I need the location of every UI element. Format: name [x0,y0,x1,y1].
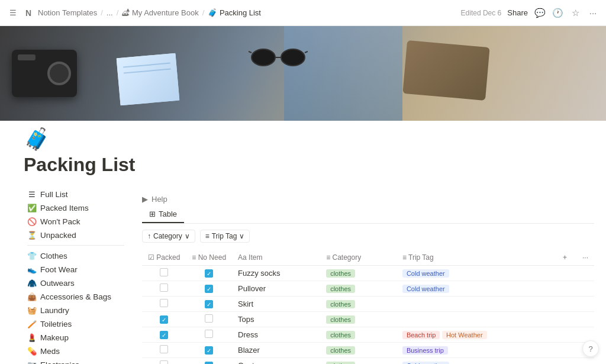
packed-checkbox[interactable] [160,315,168,324]
help-row[interactable]: ▶ Help [142,192,594,206]
category-cell: clothes [320,266,397,281]
category-cell: clothes [320,312,397,327]
no-need-checkbox[interactable] [205,285,213,293]
tab-table[interactable]: ⊞ Table [142,206,184,223]
no-need-cell[interactable] [186,327,232,343]
no-need-checkbox[interactable] [205,314,213,323]
breadcrumb-dots[interactable]: ... [107,8,113,17]
share-button[interactable]: Share [507,8,528,17]
sidebar-label-meds: Meds [40,347,60,356]
sidebar-item-foot-wear[interactable]: 👟 Foot Wear [24,263,124,276]
packed-checkbox[interactable] [160,284,168,292]
packed-cell[interactable] [142,343,186,358]
trip-tag-filter[interactable]: ≡ Trip Tag ∨ [200,230,250,243]
breadcrumb-sep3: / [202,8,205,17]
trip-tag: Beach trip [402,331,440,339]
item-cell: Blazer [232,343,320,358]
sidebar-item-packed-items[interactable]: ✅ Packed Items [24,201,124,214]
packed-cell[interactable] [142,358,186,365]
category-tag: clothes [326,300,355,308]
sidebar-divider [27,245,124,246]
packed-checkbox[interactable] [160,299,168,307]
packed-checkbox[interactable] [160,345,168,353]
row-add-cell [553,358,576,365]
sidebar-item-toiletries[interactable]: 🪥 Toiletries [24,317,124,330]
no-need-cell[interactable] [186,343,232,358]
more-icon[interactable]: ··· [587,7,599,19]
table-row: Blazer clothes Business trip [142,343,594,358]
sidebar-item-makeup[interactable]: 💄 Makeup [24,331,124,344]
no-need-cell[interactable] [186,297,232,312]
breadcrumb-packing[interactable]: 🧳 Packing List [208,8,261,17]
category-filter[interactable]: ↑ Category ∨ [142,230,195,243]
packed-cell[interactable] [142,327,186,343]
category-cell: clothes [320,343,397,358]
menu-icon[interactable]: ☰ [7,7,19,19]
col-category: ≡ Category [320,250,397,266]
help-label: Help [152,195,167,204]
col-packed: ☑ Packed [142,250,186,266]
sidebar-item-laundry[interactable]: 🧺 Laundry [24,304,124,317]
add-column-icon[interactable]: + [559,253,570,262]
makeup-icon: 💄 [27,333,37,342]
table-wrapper: ☑ Packed ≡ No Need Aa Item ≡ Category [142,250,594,364]
no-need-checkbox[interactable] [205,346,213,355]
packed-cell[interactable] [142,312,186,327]
comment-icon[interactable]: 💬 [534,7,546,19]
packed-checkbox[interactable] [160,331,168,339]
sidebar-label-full-list: Full List [40,190,68,199]
sidebar-label-electronics: Electronics [40,360,79,365]
help-float-button[interactable]: ? [582,340,599,357]
no-need-checkbox[interactable] [205,300,213,308]
sidebar-item-accessories[interactable]: 👜 Accessories & Bags [24,290,124,303]
table-row: Fuzzy socks clothes Cold weather [142,266,594,281]
laundry-icon: 🧺 [27,305,37,315]
no-need-checkbox[interactable] [205,362,213,364]
sidebar-item-wont-pack[interactable]: 🚫 Won't Pack [24,215,124,228]
breadcrumb-notion[interactable]: Notion Templates [38,8,97,17]
sidebar-item-unpacked[interactable]: ⏳ Unpacked [24,228,124,241]
sidebar-item-outwears[interactable]: 🧥 Outwears [24,276,124,289]
packed-cell[interactable] [142,266,186,281]
notebook-decoration [117,53,180,105]
packed-cell[interactable] [142,297,186,312]
page-title: Packing List [24,154,582,176]
col-more-options[interactable]: ··· [576,250,594,266]
sidebar-item-clothes[interactable]: 👕 Clothes [24,249,124,262]
col-no-need: ≡ No Need [186,250,232,266]
col-add[interactable]: + [553,250,576,266]
packed-checkbox[interactable] [160,360,168,364]
favorite-icon[interactable]: ☆ [569,7,581,19]
tab-bar: ⊞ Table [142,206,594,224]
packed-checkbox[interactable] [160,268,168,276]
no-need-cell[interactable] [186,266,232,281]
row-add-cell [553,327,576,343]
category-tag: clothes [326,331,355,339]
table-row: Coat clothes Cold weather [142,358,594,365]
history-icon[interactable]: 🕐 [552,7,563,19]
svg-line-4 [305,51,308,53]
no-need-cell[interactable] [186,281,232,297]
no-need-checkbox[interactable] [205,269,213,278]
sidebar-item-full-list[interactable]: ☰ Full List [24,188,124,201]
sidebar-item-meds[interactable]: 💊 Meds [24,344,124,357]
breadcrumb-sep1: / [101,8,103,17]
sunglasses-decoration [249,41,308,72]
trip-tag: Cold weather [402,285,449,293]
item-cell: Coat [232,358,320,365]
row-more-cell [576,281,594,297]
sidebar-label-toiletries: Toiletries [40,320,72,328]
packed-cell[interactable] [142,281,186,297]
breadcrumb-adventure[interactable]: 🏕 My Adventure Book [122,8,198,17]
content-section: ▶ Help ⊞ Table ↑ Category ∨ ≡ Tri [142,188,594,364]
item-cell: Pullover [232,281,320,297]
topbar-left: ☰ N Notion Templates / ... / 🏕 My Advent… [7,7,261,19]
sidebar-item-electronics[interactable]: 📷 Electronics [24,358,124,364]
no-need-cell[interactable] [186,358,232,365]
more-columns-icon[interactable]: ··· [582,253,588,262]
no-need-checkbox[interactable] [205,330,213,338]
table-tab-label: Table [159,210,177,218]
no-need-cell[interactable] [186,312,232,327]
outwears-icon: 🧥 [27,278,37,288]
unpacked-icon: ⏳ [27,230,37,240]
